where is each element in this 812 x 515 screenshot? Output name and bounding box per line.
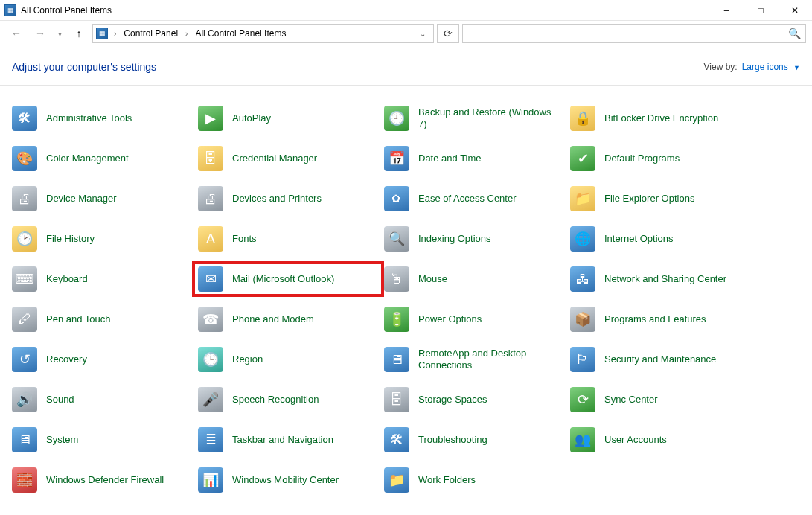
- maximize-button[interactable]: □: [744, 0, 778, 20]
- cpl-item-label: Speech Recognition: [232, 394, 319, 406]
- cpl-item-work-folders[interactable]: 📁Work Folders: [381, 465, 567, 495]
- cpl-item-administrative-tools[interactable]: 🛠Administrative Tools: [9, 103, 195, 133]
- cpl-item-devices-and-printers[interactable]: 🖨Devices and Printers: [195, 184, 381, 214]
- internet-options-icon: 🌐: [570, 226, 595, 252]
- cpl-item-label: File Explorer Options: [604, 193, 694, 205]
- cpl-item-region[interactable]: 🕒Region: [195, 345, 381, 374]
- cpl-item-credential-manager[interactable]: 🗄Credential Manager: [195, 144, 381, 173]
- cpl-item-network-and-sharing-center[interactable]: 🖧Network and Sharing Center: [567, 264, 753, 294]
- cpl-item-speech-recognition[interactable]: 🎤Speech Recognition: [195, 385, 381, 415]
- cpl-item-storage-spaces[interactable]: 🗄Storage Spaces: [381, 385, 567, 415]
- cpl-item-label: Device Manager: [46, 193, 117, 205]
- credential-manager-icon: 🗄: [198, 146, 223, 171]
- minimize-button[interactable]: –: [709, 0, 744, 20]
- cpl-item-label: AutoPlay: [232, 112, 271, 124]
- cpl-item-mouse[interactable]: 🖱Mouse: [381, 264, 567, 294]
- cpl-item-system[interactable]: 🖥System: [9, 425, 195, 455]
- cpl-item-label: Network and Sharing Center: [604, 273, 726, 285]
- autoplay-icon: ▶: [198, 106, 223, 131]
- cpl-item-file-explorer-options[interactable]: 📁File Explorer Options: [567, 184, 753, 214]
- cpl-item-fonts[interactable]: AFonts: [195, 224, 381, 254]
- color-management-icon: 🎨: [12, 146, 37, 171]
- indexing-options-icon: 🔍: [384, 226, 409, 252]
- recent-locations-button[interactable]: ▾: [54, 24, 65, 43]
- cpl-item-windows-defender-firewall[interactable]: 🧱Windows Defender Firewall: [9, 465, 195, 495]
- cpl-item-sound[interactable]: 🔊Sound: [9, 385, 195, 415]
- search-box[interactable]: 🔍: [462, 24, 807, 43]
- cpl-item-device-manager[interactable]: 🖨Device Manager: [9, 184, 195, 214]
- cpl-item-label: Programs and Features: [604, 313, 706, 325]
- cpl-item-label: Troubleshooting: [418, 434, 487, 446]
- cpl-item-label: Sound: [46, 394, 74, 406]
- cpl-item-label: Administrative Tools: [46, 112, 132, 124]
- close-button[interactable]: ✕: [778, 0, 812, 20]
- file-explorer-options-icon: 📁: [570, 186, 595, 211]
- cpl-item-label: File History: [46, 233, 95, 245]
- cpl-item-indexing-options[interactable]: 🔍Indexing Options: [381, 224, 567, 254]
- cpl-item-taskbar-and-navigation[interactable]: ≣Taskbar and Navigation: [195, 425, 381, 455]
- pen-and-touch-icon: 🖊: [12, 307, 37, 332]
- window-title: All Control Panel Items: [21, 5, 112, 16]
- cpl-item-label: Recovery: [46, 354, 87, 365]
- cpl-item-keyboard[interactable]: ⌨Keyboard: [9, 264, 195, 294]
- programs-and-features-icon: 📦: [570, 307, 595, 332]
- phone-and-modem-icon: ☎: [198, 307, 223, 332]
- breadcrumb-current[interactable]: All Control Panel Items: [194, 28, 287, 39]
- cpl-item-date-and-time[interactable]: 📅Date and Time: [381, 144, 567, 173]
- address-dropdown-icon[interactable]: ⌄: [415, 30, 430, 38]
- chevron-down-icon: ▼: [793, 64, 800, 71]
- devices-and-printers-icon: 🖨: [198, 186, 223, 211]
- cpl-item-bitlocker-drive-encryption[interactable]: 🔒BitLocker Drive Encryption: [567, 103, 753, 133]
- file-history-icon: 🕑: [12, 226, 37, 252]
- storage-spaces-icon: 🗄: [384, 387, 409, 412]
- control-panel-icon: ▦: [96, 28, 108, 39]
- cpl-item-label: Sync Center: [604, 394, 658, 406]
- cpl-item-security-and-maintenance[interactable]: 🏳Security and Maintenance: [567, 345, 753, 374]
- title-bar: ▦ All Control Panel Items – □ ✕: [0, 0, 812, 21]
- cpl-item-file-history[interactable]: 🕑File History: [9, 224, 195, 254]
- keyboard-icon: ⌨: [12, 266, 37, 292]
- cpl-item-label: Date and Time: [418, 153, 482, 164]
- cpl-item-mail-microsoft-outlook[interactable]: ✉Mail (Microsoft Outlook): [192, 261, 384, 297]
- cpl-item-label: Taskbar and Navigation: [232, 434, 333, 446]
- back-button[interactable]: ←: [6, 24, 27, 43]
- cpl-item-label: Storage Spaces: [418, 394, 487, 406]
- cpl-item-phone-and-modem[interactable]: ☎Phone and Modem: [195, 304, 381, 334]
- cpl-item-remoteapp-and-desktop-connections[interactable]: 🖥RemoteApp and Desktop Connections: [381, 345, 567, 374]
- mouse-icon: 🖱: [384, 266, 409, 292]
- cpl-item-windows-mobility-center[interactable]: 📊Windows Mobility Center: [195, 465, 381, 495]
- control-panel-icon: ▦: [4, 4, 16, 16]
- cpl-item-backup-and-restore-windows-7[interactable]: 🕘Backup and Restore (Windows 7): [381, 103, 567, 133]
- cpl-item-internet-options[interactable]: 🌐Internet Options: [567, 224, 753, 254]
- default-programs-icon: ✔: [570, 146, 595, 171]
- cpl-item-pen-and-touch[interactable]: 🖊Pen and Touch: [9, 304, 195, 334]
- cpl-item-label: Backup and Restore (Windows 7): [418, 106, 552, 131]
- cpl-item-recovery[interactable]: ↺Recovery: [9, 345, 195, 374]
- cpl-item-sync-center[interactable]: ⟳Sync Center: [567, 385, 753, 415]
- cpl-item-label: System: [46, 434, 78, 446]
- up-button[interactable]: ↑: [68, 24, 89, 43]
- speech-recognition-icon: 🎤: [198, 387, 223, 412]
- cpl-item-troubleshooting[interactable]: 🛠Troubleshooting: [381, 425, 567, 455]
- breadcrumb-root[interactable]: Control Panel: [122, 28, 179, 39]
- cpl-item-label: Devices and Printers: [232, 193, 322, 205]
- chevron-right-icon[interactable]: ›: [111, 30, 119, 38]
- cpl-item-user-accounts[interactable]: 👥User Accounts: [567, 425, 753, 455]
- device-manager-icon: 🖨: [12, 186, 37, 211]
- cpl-item-label: Mail (Microsoft Outlook): [232, 273, 337, 285]
- refresh-button[interactable]: ⟳: [437, 24, 459, 43]
- recovery-icon: ↺: [12, 347, 37, 372]
- cpl-item-autoplay[interactable]: ▶AutoPlay: [195, 103, 381, 133]
- cpl-item-label: Region: [232, 354, 263, 365]
- chevron-right-icon[interactable]: ›: [182, 30, 191, 38]
- viewby-dropdown[interactable]: Large icons ▼: [742, 62, 800, 72]
- cpl-item-programs-and-features[interactable]: 📦Programs and Features: [567, 304, 753, 334]
- items-grid: 🛠Administrative Tools▶AutoPlay🕘Backup an…: [0, 86, 812, 513]
- cpl-item-color-management[interactable]: 🎨Color Management: [9, 144, 195, 173]
- forward-button[interactable]: →: [30, 24, 51, 43]
- cpl-item-ease-of-access-center[interactable]: ⭘Ease of Access Center: [381, 184, 567, 214]
- address-bar[interactable]: ▦ › Control Panel › All Control Panel It…: [92, 24, 434, 43]
- cpl-item-default-programs[interactable]: ✔Default Programs: [567, 144, 753, 173]
- cpl-item-power-options[interactable]: 🔋Power Options: [381, 304, 567, 334]
- region-icon: 🕒: [198, 347, 223, 372]
